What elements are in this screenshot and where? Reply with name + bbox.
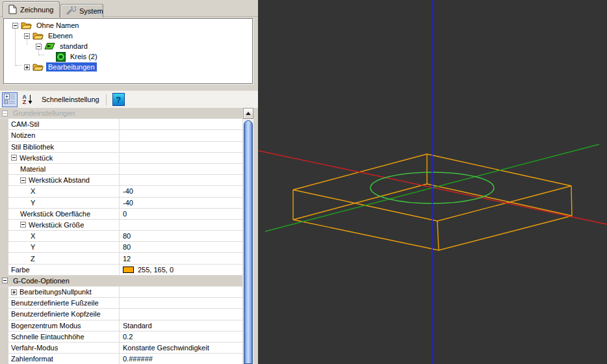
grid-margin-strip [0,220,8,231]
property-value-cell[interactable]: -40 [119,186,242,197]
property-value-cell[interactable] [119,142,242,153]
property-row-werkst-ck-oberfl-che: Werkstück Oberfläche0 [0,209,242,220]
property-value-cell[interactable] [119,164,242,175]
property-value-cell[interactable]: 0 [119,209,242,220]
grid-margin-strip [0,253,8,264]
expand-icon[interactable] [24,64,30,70]
property-label-cell[interactable]: Bogenzentrum Modus [8,320,119,332]
property-value-cell[interactable]: 80 [119,242,242,253]
property-label-cell[interactable]: Farbe [8,265,119,276]
folder-icon [32,31,44,40]
property-label: Z [31,255,35,263]
property-value-cell[interactable]: Standard [119,320,242,332]
category-row-g-code-optionen: G-Code-Optionen [0,276,242,287]
propgrid-scrollbar[interactable] [243,108,253,364]
property-label-cell[interactable]: Werkstück Größe [8,220,119,231]
property-value-cell[interactable] [119,119,242,130]
property-label: CAM-Stil [11,120,39,128]
property-value-cell[interactable] [119,287,242,298]
property-row-x: X-40 [0,186,242,197]
collapse-icon[interactable] [20,222,26,228]
folder-icon [21,21,32,30]
property-label-cell[interactable]: Y [8,242,119,253]
arrow-up-icon [246,112,251,115]
property-label-cell[interactable]: Benutzerdefinierte Fußzeile [8,298,119,309]
property-value-cell[interactable]: Konstante Geschwindigkeit [119,343,242,354]
expand-icon[interactable] [11,289,17,295]
property-label-cell[interactable]: Verfahr-Modus [8,343,119,354]
scrollbar-thumb[interactable] [244,120,253,364]
property-value-cell[interactable]: 12 [119,253,242,264]
viewport-3d[interactable] [258,0,607,364]
property-value-cell[interactable] [119,220,242,231]
property-value-cell[interactable]: 0.###### [119,354,242,364]
collapse-icon[interactable] [12,23,18,29]
circle-entity-icon [56,52,66,62]
property-value-cell[interactable] [119,175,242,186]
document-icon [8,5,17,16]
property-row-bearbeitungsnullpunkt: BearbeitungsNullpunkt [0,287,242,298]
property-label-cell[interactable]: Z [8,253,119,264]
property-value-cell[interactable] [119,309,242,320]
tree-item-label: Ohne Namen [34,21,81,30]
collapse-icon[interactable] [11,155,17,161]
property-row-y: Y-40 [0,198,242,209]
grid-margin-strip [0,130,8,141]
property-label-cell[interactable]: X [8,186,119,197]
property-label-cell[interactable]: Y [8,198,119,209]
sort-alphabetical-button[interactable]: AZ [19,92,35,107]
collapse-icon[interactable] [24,33,30,39]
property-label: Werkstück Abstand [29,176,90,184]
collapse-icon[interactable] [2,110,8,116]
property-label-cell[interactable]: Stil Bibliothek [8,142,119,153]
collapse-icon[interactable] [2,278,8,283]
property-label: X [31,232,35,240]
grid-margin-strip [0,320,8,332]
property-row-zahlenformat: Zahlenformat0.###### [0,354,242,364]
property-label-cell[interactable]: Notizen [8,130,119,141]
property-value-cell[interactable] [119,153,242,164]
tree-item-bearbeitungen[interactable]: Bearbeitungen [4,62,252,72]
property-value-cell[interactable] [119,298,242,309]
project-tree: Ohne NamenEbenenstandardKreis (2)Bearbei… [3,18,253,84]
property-row-z: Z12 [0,253,242,264]
property-label-cell[interactable]: Schnelle Eintauchhöhe [8,332,119,343]
property-label-cell[interactable]: Benutzerdefinierte Kopfzeile [8,309,119,320]
property-label-cell[interactable]: X [8,231,119,242]
property-label: Verfahr-Modus [11,344,58,352]
tab-zeichnung[interactable]: Zeichnung [3,1,60,18]
property-label: Farbe [11,266,30,274]
tree-item-standard[interactable]: standard [4,41,252,51]
collapse-icon[interactable] [36,44,42,49]
property-label-cell[interactable]: Werkstück Oberfläche [8,209,119,220]
property-value-cell[interactable]: 255, 165, 0 [119,265,242,276]
tree-item-kreis-2[interactable]: Kreis (2) [4,51,252,62]
property-value-cell[interactable]: -40 [119,198,242,209]
grid-margin-strip [0,298,8,309]
category-row-grundeinstellungen: Grundeinstellungen [0,108,242,119]
property-label: Notizen [11,131,35,139]
quick-settings-button[interactable]: Schnelleinstellung [42,96,99,103]
property-label-cell[interactable]: Werkstück [8,153,119,164]
collapse-icon[interactable] [20,177,26,183]
categorized-icon [4,93,16,106]
property-label-cell[interactable]: Werkstück Abstand [8,175,119,186]
color-swatch[interactable] [123,266,134,273]
property-label-cell[interactable]: BearbeitungsNullpunkt [8,287,119,298]
grid-margin-strip [0,164,8,175]
property-value-cell[interactable] [119,130,242,141]
categorized-view-button[interactable] [2,92,18,107]
property-label-cell[interactable]: CAM-Stil [8,119,119,130]
help-button[interactable]: ? [112,93,125,106]
scrollbar-up-button[interactable] [243,108,253,119]
property-label-cell[interactable]: Zahlenformat [8,354,119,364]
property-row-y: Y80 [0,242,242,253]
property-label: Zahlenformat [11,355,53,363]
property-value-cell[interactable]: 0.2 [119,332,242,343]
tab-system[interactable]: System [60,4,103,18]
tree-item-ohne-namen[interactable]: Ohne Namen [4,20,252,31]
property-label-cell[interactable]: Material [8,164,119,175]
tree-item-ebenen[interactable]: Ebenen [4,31,252,41]
property-value-cell[interactable]: 80 [119,231,242,242]
property-row-schnelle-eintauchh-he: Schnelle Eintauchhöhe0.2 [0,332,242,343]
